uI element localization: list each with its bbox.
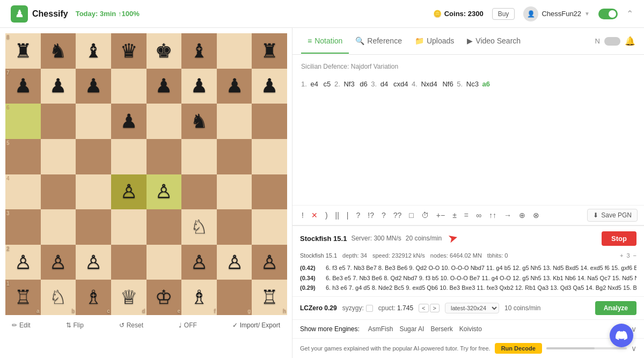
square[interactable]: ♕d <box>111 280 147 315</box>
discord-button[interactable] <box>610 324 633 347</box>
edit-button[interactable]: ✏ Edit <box>8 319 35 331</box>
engine-tag-koivisto[interactable]: Koivisto <box>456 324 485 334</box>
toolbar-circled[interactable]: ⊕ <box>516 209 528 221</box>
square[interactable]: ♜ <box>252 33 287 69</box>
tab-video-search[interactable]: ▶ Video Search <box>460 29 527 54</box>
square[interactable]: 6 <box>5 104 41 139</box>
toolbar-square[interactable]: □ <box>406 209 416 221</box>
square[interactable] <box>217 209 252 245</box>
square[interactable]: ♙ <box>147 174 182 210</box>
reset-button[interactable]: ↺ Reset <box>115 319 148 331</box>
square[interactable] <box>41 104 76 139</box>
engine-tag-asmfish[interactable]: AsmFish <box>365 324 397 334</box>
syzygy-checkbox[interactable] <box>366 305 373 312</box>
square[interactable] <box>147 209 182 245</box>
square[interactable] <box>111 69 147 104</box>
bell-icon[interactable]: 🔔 <box>625 36 635 46</box>
toolbar-arrows[interactable]: ↑↑ <box>486 209 499 221</box>
square[interactable]: ♞ <box>181 104 217 139</box>
move-d4[interactable]: d4 <box>379 79 390 89</box>
move-nc3[interactable]: Nc3 <box>465 79 480 89</box>
toolbar-double-q[interactable]: ?? <box>391 209 405 221</box>
stop-button[interactable]: Stop <box>602 231 636 246</box>
square[interactable]: ♝ <box>181 33 217 69</box>
square[interactable]: ♖1a <box>5 280 41 315</box>
square[interactable]: ♟ <box>111 104 147 139</box>
square[interactable]: ♟ <box>217 69 252 104</box>
import-export-button[interactable]: ✓ Import/ Export <box>228 319 284 331</box>
square[interactable]: ♛ <box>111 33 147 69</box>
square[interactable] <box>181 139 217 174</box>
square[interactable]: ♘ <box>181 209 217 245</box>
square[interactable]: ♙ <box>181 245 217 280</box>
square[interactable] <box>76 209 111 245</box>
square[interactable]: 5 <box>5 139 41 174</box>
tab-reference[interactable]: 🔍 Reference <box>349 29 408 54</box>
tab-notation[interactable]: ≡ Notation <box>301 29 349 54</box>
theme-toggle[interactable] <box>598 9 618 19</box>
toolbar-interrobang[interactable]: !? <box>365 209 377 221</box>
square[interactable]: 3 <box>5 209 41 245</box>
toolbar-question[interactable]: ? <box>353 209 363 221</box>
square[interactable]: ♞ <box>41 33 76 69</box>
toolbar-qmark[interactable]: ? <box>379 209 389 221</box>
tutor-chevron[interactable]: ∨ <box>631 344 636 353</box>
move-a6[interactable]: a6 <box>482 80 490 88</box>
square[interactable]: ♙ <box>41 245 76 280</box>
toolbar-attack[interactable]: → <box>501 209 514 221</box>
move-nf3[interactable]: Nf3 <box>342 79 356 89</box>
square[interactable] <box>252 139 287 174</box>
square[interactable] <box>41 139 76 174</box>
square[interactable] <box>147 104 182 139</box>
move-cxd4[interactable]: cxd4 <box>392 79 409 89</box>
square[interactable]: ♙ <box>111 174 147 210</box>
square[interactable]: ♗f <box>181 280 217 315</box>
move-e4[interactable]: e4 <box>309 79 319 89</box>
square[interactable] <box>252 209 287 245</box>
square[interactable] <box>111 245 147 280</box>
user-info[interactable]: 👤 ChessFun22 ▼ <box>523 6 590 21</box>
square[interactable] <box>147 139 182 174</box>
square[interactable] <box>217 139 252 174</box>
move-d6[interactable]: d6 <box>358 79 369 89</box>
square[interactable]: ♟ <box>41 69 76 104</box>
tab-uploads[interactable]: 📁 Uploads <box>408 29 460 54</box>
square[interactable] <box>217 174 252 210</box>
toolbar-equals[interactable]: = <box>462 209 471 221</box>
square[interactable] <box>111 139 147 174</box>
square[interactable]: ♘b <box>41 280 76 315</box>
square[interactable] <box>217 104 252 139</box>
toolbar-plus-minus[interactable]: +− <box>434 209 448 221</box>
square[interactable]: ♗c <box>76 280 111 315</box>
move-nf6[interactable]: Nf6 <box>441 79 455 89</box>
square[interactable]: ♟ <box>76 69 111 104</box>
toolbar-clock[interactable]: ⏱ <box>419 209 431 221</box>
square[interactable]: ♙ <box>217 245 252 280</box>
square[interactable]: ♜8 <box>5 33 41 69</box>
square[interactable] <box>252 104 287 139</box>
square[interactable]: ♟7 <box>5 69 41 104</box>
square[interactable]: ♙2 <box>5 245 41 280</box>
model-select[interactable]: latest-320x24 <box>445 303 499 313</box>
chess-board[interactable]: ♜8♞♝♛♚♝♜♟7♟♟♟♟♟♟6♟♞54♙♙3♘♙2♙♙♙♙♙♖1a♘b♗c♕… <box>5 33 287 315</box>
square[interactable] <box>147 245 182 280</box>
flip-button[interactable]: ⇅ Flip <box>62 319 88 331</box>
square[interactable]: ♟ <box>147 69 182 104</box>
run-decode-button[interactable]: Run Decode <box>495 343 542 354</box>
toolbar-times[interactable]: ⊗ <box>530 209 542 221</box>
square[interactable]: g <box>217 280 252 315</box>
toolbar-inf[interactable]: ∞ <box>473 209 484 221</box>
cpuct-right[interactable]: > <box>430 304 440 312</box>
toolbar-plusminus[interactable]: ± <box>450 209 459 221</box>
square[interactable]: ♖h <box>252 280 287 315</box>
toolbar-pause[interactable]: || <box>333 209 342 221</box>
toolbar-start[interactable]: ! <box>299 209 306 221</box>
engine-tag-berserk[interactable]: Berserk <box>427 324 456 334</box>
square[interactable] <box>76 174 111 210</box>
move-nxd4[interactable]: Nxd4 <box>419 79 438 89</box>
square[interactable]: ♟ <box>181 69 217 104</box>
toolbar-delete[interactable]: ✕ <box>309 209 320 221</box>
square[interactable]: ♙ <box>76 245 111 280</box>
toolbar-end[interactable]: ) <box>323 209 331 221</box>
square[interactable] <box>41 174 76 210</box>
